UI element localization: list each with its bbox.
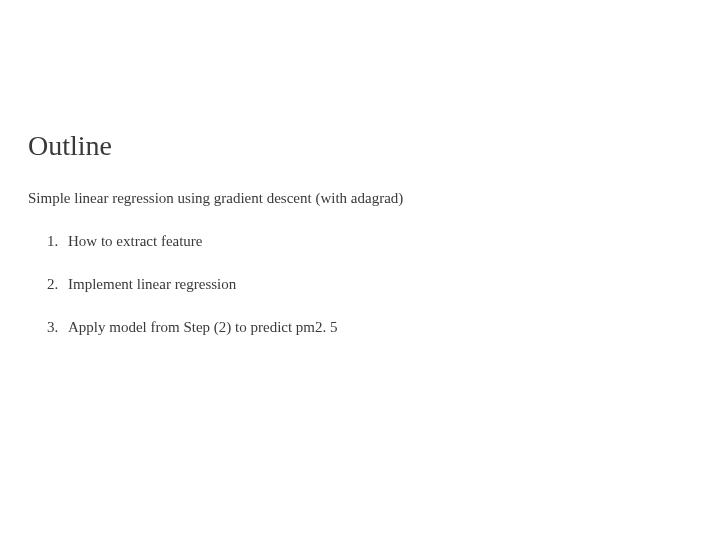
step-list: How to extract feature Implement linear … [28,233,692,336]
list-item: Implement linear regression [62,276,692,293]
slide-title: Outline [28,130,692,162]
list-item: How to extract feature [62,233,692,250]
slide: Outline Simple linear regression using g… [0,0,720,540]
list-item: Apply model from Step (2) to predict pm2… [62,319,692,336]
slide-subtitle: Simple linear regression using gradient … [28,190,692,207]
